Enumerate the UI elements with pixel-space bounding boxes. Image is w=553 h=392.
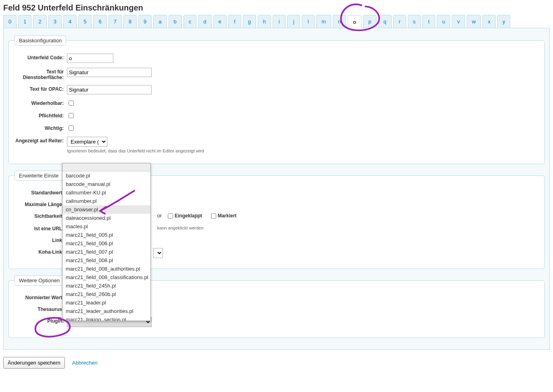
label-wichtig: Wichtig: (15, 124, 67, 131)
plugin-dropdown-list[interactable]: barcode.plbarcode_manual.plcallnumber-KU… (63, 171, 150, 321)
eingeklappt-checkbox[interactable] (168, 213, 173, 219)
plugin-option[interactable]: cn_browser.pl (63, 205, 150, 214)
tab-4[interactable]: 4 (63, 15, 77, 28)
plugin-option[interactable]: marc21_field_006.pl (63, 239, 150, 248)
label-plugin: Plugin: (15, 317, 67, 324)
tab-c[interactable]: c (184, 15, 197, 28)
label-thesaurus: Thesaurus: (15, 305, 67, 312)
tab-h[interactable]: h (258, 15, 271, 28)
tab-m[interactable]: m (316, 15, 331, 28)
tab-u[interactable]: u (437, 15, 450, 28)
label-unterfeld-code: Unterfeld Code: (15, 54, 67, 60)
plugin-option[interactable]: barcode_manual.pl (63, 180, 150, 188)
plugin-option[interactable]: marc21_linking_section.pl (63, 315, 150, 321)
tab-f[interactable]: f (228, 15, 241, 28)
plugin-option[interactable]: barcode.pl (63, 171, 150, 180)
label-wiederholbar: Wiederholbar: (15, 99, 67, 106)
subfield-tabs: 0123456789abcdefghijlmnopqrstuvwxy (3, 15, 550, 28)
tab-b[interactable]: b (169, 15, 182, 28)
tab-g[interactable]: g (243, 15, 256, 28)
cancel-link[interactable]: Abbrechen (72, 360, 98, 366)
tab-3[interactable]: 3 (48, 15, 62, 28)
tab-o[interactable]: o (348, 15, 361, 28)
tab-j[interactable]: j (287, 15, 300, 28)
plugin-dropdown-popup[interactable]: barcode.plbarcode_manual.plcallnumber-KU… (62, 163, 151, 321)
label-text-opac: Text für OPAC: (15, 85, 67, 92)
plugin-dropdown-blank[interactable] (63, 163, 150, 171)
ist-url-hint: kann angeklickt werden (157, 225, 204, 230)
plugin-option[interactable]: callnumber-KU.pl (63, 188, 150, 197)
tab-2[interactable]: 2 (33, 15, 46, 28)
tab-9[interactable]: 9 (138, 15, 152, 28)
plugin-option[interactable]: callnumber.pl (63, 197, 150, 205)
page-title: Feld 952 Unterfeld Einschränkungen (3, 3, 550, 13)
pflichtfeld-checkbox[interactable] (69, 113, 74, 118)
markiert-checkbox[interactable] (211, 213, 216, 219)
tab-n[interactable]: n (333, 15, 346, 28)
tab-8[interactable]: 8 (123, 15, 137, 28)
tab-q[interactable]: q (378, 15, 392, 28)
legend-erweitert: Erweiterte Einste (15, 171, 63, 181)
text-opac-input[interactable] (67, 85, 152, 94)
tab-x[interactable]: x (482, 15, 496, 28)
tab-d[interactable]: d (198, 15, 211, 28)
label-normierter-wert: Normierter Wert: (15, 294, 67, 300)
fieldset-basis: Basiskonfiguration Unterfeld Code: Text … (8, 35, 545, 164)
label-max-laenge: Maximale Länge: (15, 200, 67, 207)
label-markiert: Markiert (218, 213, 237, 219)
tab-7[interactable]: 7 (109, 15, 122, 28)
label-link: Link: (15, 236, 67, 243)
plugin-option[interactable]: marc21_leader.pl (63, 298, 150, 307)
tab-v[interactable]: v (452, 15, 465, 28)
tab-6[interactable]: 6 (93, 15, 106, 28)
legend-weitere: Weitere Optionen (15, 275, 64, 286)
tab-a[interactable]: a (153, 15, 167, 28)
plugin-option[interactable]: marc21_field_245h.pl (63, 281, 150, 290)
wichtig-checkbox[interactable] (69, 125, 74, 131)
label-eingeklappt: Eingeklappt (175, 213, 202, 219)
tab-p[interactable]: p (363, 15, 376, 28)
reiter-hint: Ignorieren bedeutet, dass das Unterfeld … (67, 148, 538, 153)
plugin-option[interactable]: marc21_field_005.pl (63, 231, 150, 239)
koha-link-select[interactable] (153, 248, 163, 258)
label-text-dienst: Text für Dienstoberfläche: (15, 68, 67, 80)
label-reiter: Angezeigt auf Reiter: (15, 137, 67, 144)
tab-i[interactable]: i (273, 15, 286, 28)
sichtbarkeit-or: or (157, 213, 162, 219)
plugin-option[interactable]: marc21_field_260b.pl (63, 290, 150, 298)
save-button[interactable]: Änderungen speichern (3, 357, 65, 369)
wiederholbar-checkbox[interactable] (69, 100, 74, 106)
tab-l[interactable]: l (302, 15, 315, 28)
reiter-select[interactable]: Exemplare (10) (67, 137, 107, 147)
plugin-option[interactable]: macles.pl (63, 222, 150, 231)
tab-r[interactable]: r (393, 15, 406, 28)
label-sichtbarkeit: Sichtbarkeit: (15, 212, 67, 219)
tab-1[interactable]: 1 (18, 15, 31, 28)
plugin-option[interactable]: marc21_field_008.pl (63, 256, 150, 265)
label-ist-url: Ist eine URL: (15, 225, 67, 231)
plugin-option[interactable]: marc21_field_008_classifications.pl (63, 273, 150, 281)
unterfeld-code-input[interactable] (67, 54, 113, 63)
plugin-option[interactable]: marc21_field_008_authorities.pl (63, 265, 150, 273)
legend-basis: Basiskonfiguration (15, 35, 66, 46)
tab-e[interactable]: e (213, 15, 227, 28)
label-standardwert: Standardwert: (15, 189, 67, 196)
plugin-option[interactable]: dateaccessioned.pl (63, 214, 150, 222)
tab-w[interactable]: w (467, 15, 481, 28)
tab-5[interactable]: 5 (78, 15, 92, 28)
tab-y[interactable]: y (497, 15, 511, 28)
label-koha-link: Koha-Link: (15, 248, 67, 255)
tab-0[interactable]: 0 (3, 15, 17, 28)
label-pflichtfeld: Pflichtfeld: (15, 112, 67, 119)
tab-t[interactable]: t (422, 15, 435, 28)
plugin-option[interactable]: marc21_leader_authorities.pl (63, 307, 150, 315)
text-dienst-input[interactable] (67, 68, 152, 77)
plugin-option[interactable]: marc21_field_007.pl (63, 248, 150, 256)
tab-s[interactable]: s (408, 15, 421, 28)
